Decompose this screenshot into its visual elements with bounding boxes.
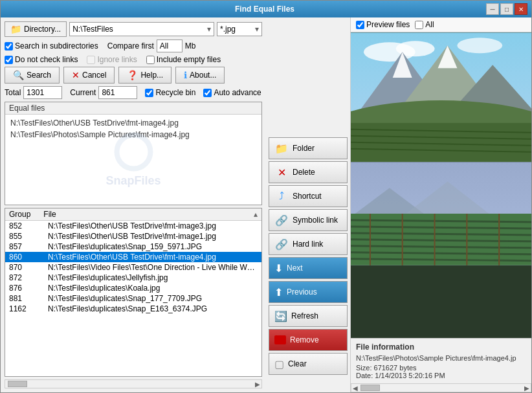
auto-advance-label[interactable]: Auto advance [203, 88, 261, 97]
group-file: N:\TestFiles\duplicates\Koala.jpg [48, 284, 258, 293]
links-row: Do not check links Ignore links Include … [5, 55, 262, 64]
horizontal-scrollbar[interactable]: ▶ [5, 379, 262, 388]
refresh-button[interactable]: 🔄 Refresh [269, 305, 348, 327]
group-num: 860 [9, 253, 35, 262]
group-num: 870 [9, 263, 35, 272]
cancel-icon: ✕ [72, 70, 80, 80]
compare-first-label: Compare first [107, 41, 154, 51]
group-row-3[interactable]: 860N:\TestFiles\Other\USB TestDrive\fmt-… [5, 252, 261, 262]
ignore-links-label: Ignore links [87, 55, 137, 64]
group-file: N:\TestFiles\Video Files\Test\One Direct… [48, 263, 258, 272]
scroll-thumb[interactable] [8, 381, 27, 387]
equal-files-header: Equal files [5, 102, 261, 115]
equal-files-section: Equal files SnapFiles N:\TestFiles\Other… [5, 102, 262, 205]
group-col-header: Group [9, 210, 30, 219]
maximize-button[interactable]: □ [500, 3, 513, 15]
group-row-6[interactable]: 876N:\TestFiles\duplicates\Koala.jpg [5, 283, 261, 293]
current-input[interactable] [98, 86, 137, 99]
shortcut-button[interactable]: ⤴ Shortcut [269, 185, 348, 207]
search-icon: 🔍 [13, 70, 24, 80]
mb-label: Mb [185, 41, 196, 51]
group-row-8[interactable]: 1162N:\TestFiles\duplicates\Snap_E163_63… [5, 304, 261, 314]
equal-file-item-1[interactable]: N:\TestFiles\Photos\Sample Pictures\fmt-… [8, 129, 259, 140]
preview-header: Preview files All [351, 17, 531, 32]
path-input[interactable]: N:\TestFiles ▾ [69, 22, 214, 36]
remove-icon [274, 335, 286, 344]
svg-point-3 [457, 38, 502, 53]
groups-header: Group File ▴ [5, 208, 261, 221]
extension-combo[interactable]: *.jpg ▾ [217, 22, 262, 36]
next-down-icon: ⬇ [274, 262, 283, 275]
right-horizontal-scrollbar[interactable]: ◀ ▶ [351, 383, 531, 392]
totals-row: Total Current Recycle bin Auto advance [5, 86, 262, 99]
delete-icon: ✕ [274, 165, 289, 179]
group-num: 881 [9, 294, 35, 303]
symbolic-link-button[interactable]: 🔗 Symbolic link [269, 209, 348, 231]
current-label: Current [70, 88, 96, 97]
title-controls: ─ □ ✕ [486, 3, 527, 15]
recycle-bin-checkbox[interactable] [145, 89, 153, 97]
clear-button[interactable]: ▢ Clear [269, 353, 348, 375]
include-empty-label[interactable]: Include empty files [146, 55, 221, 64]
right-scroll-thumb[interactable] [360, 385, 380, 391]
do-not-check-links-checkbox[interactable] [5, 56, 13, 64]
folder-icon: 📁 [10, 24, 21, 34]
about-icon: ℹ [184, 70, 187, 80]
hard-link-button[interactable]: 🔗 Hard link [269, 233, 348, 255]
preview-files-label[interactable]: Preview files [356, 20, 410, 29]
preview-image [351, 32, 531, 338]
all-label[interactable]: All [415, 20, 434, 29]
group-row-0[interactable]: 852N:\TestFiles\Other\USB TestDrive\fmt-… [5, 221, 261, 231]
auto-advance-checkbox[interactable] [203, 89, 212, 97]
file-info-date: Date: 1/14/2013 5:20:16 PM [356, 372, 526, 379]
cancel-button[interactable]: ✕ Cancel [63, 67, 115, 84]
next-button[interactable]: ⬇ Next [269, 257, 348, 279]
clear-icon: ▢ [274, 358, 284, 370]
group-file: N:\TestFiles\duplicates\Jellyfish.jpg [48, 273, 258, 282]
group-row-7[interactable]: 881N:\TestFiles\duplicates\Snap_177_7709… [5, 293, 261, 304]
previous-button[interactable]: ⬆ Previous [269, 281, 348, 303]
search-button[interactable]: 🔍 Search [5, 67, 60, 84]
symlink-icon: 🔗 [274, 213, 289, 227]
directory-button[interactable]: 📁 Directory... [5, 21, 67, 37]
file-col-header: File [43, 210, 56, 219]
group-row-1[interactable]: 855N:\TestFiles\Other\USB TestDrive\fmt-… [5, 231, 261, 241]
watermark-text: SnapFiles [105, 174, 161, 187]
group-num: 876 [9, 284, 35, 293]
group-file: N:\TestFiles\duplicates\Snap_E163_6374.J… [48, 304, 258, 313]
equal-file-item-0[interactable]: N:\TestFiles\Other\USB TestDrive\fmt-ima… [8, 117, 259, 129]
close-button[interactable]: ✕ [515, 3, 527, 15]
group-num: 857 [9, 242, 35, 251]
include-empty-checkbox[interactable] [146, 56, 155, 64]
group-num: 852 [9, 221, 35, 230]
group-row-2[interactable]: 857N:\TestFiles\duplicates\Snap_159_5971… [5, 241, 261, 252]
search-subdirs-label[interactable]: Search in subdirectories [5, 41, 98, 51]
total-label: Total [5, 88, 21, 97]
about-button[interactable]: ℹ About... [175, 67, 225, 84]
total-input[interactable] [23, 86, 62, 99]
main-window: Find Equal Files ─ □ ✕ 📁 Directory... N:… [0, 0, 532, 393]
group-num: 855 [9, 232, 35, 241]
search-subdirs-checkbox[interactable] [5, 42, 13, 51]
compare-first-combo[interactable]: All [157, 39, 183, 52]
delete-button[interactable]: ✕ Delete [269, 161, 348, 183]
subdirs-row: Search in subdirectories Compare first A… [5, 39, 262, 52]
file-info-name: N:\TestFiles\Photos\Sample Pictures\fmt-… [356, 354, 526, 362]
help-icon: ❓ [127, 70, 138, 80]
group-row-5[interactable]: 872N:\TestFiles\duplicates\Jellyfish.jpg [5, 273, 261, 283]
folder-button[interactable]: 📁 Folder [269, 137, 348, 159]
group-num: 1162 [9, 304, 35, 313]
recycle-bin-label[interactable]: Recycle bin [145, 88, 195, 97]
file-info-title: File information [356, 342, 526, 352]
group-file: N:\TestFiles\duplicates\Snap_159_5971.JP… [48, 242, 258, 251]
help-button[interactable]: ❓ Help... [118, 67, 172, 84]
all-checkbox[interactable] [415, 21, 423, 29]
preview-files-checkbox[interactable] [356, 21, 364, 29]
remove-button[interactable]: Remove [269, 329, 348, 351]
group-file: N:\TestFiles\Other\USB TestDrive\fmt-ima… [48, 253, 258, 262]
groups-list: 852N:\TestFiles\Other\USB TestDrive\fmt-… [5, 221, 261, 376]
minimize-button[interactable]: ─ [486, 3, 499, 15]
do-not-check-links-label[interactable]: Do not check links [5, 55, 78, 64]
group-row-4[interactable]: 870N:\TestFiles\Video Files\Test\One Dir… [5, 262, 261, 273]
shortcut-icon: ⤴ [274, 189, 289, 203]
